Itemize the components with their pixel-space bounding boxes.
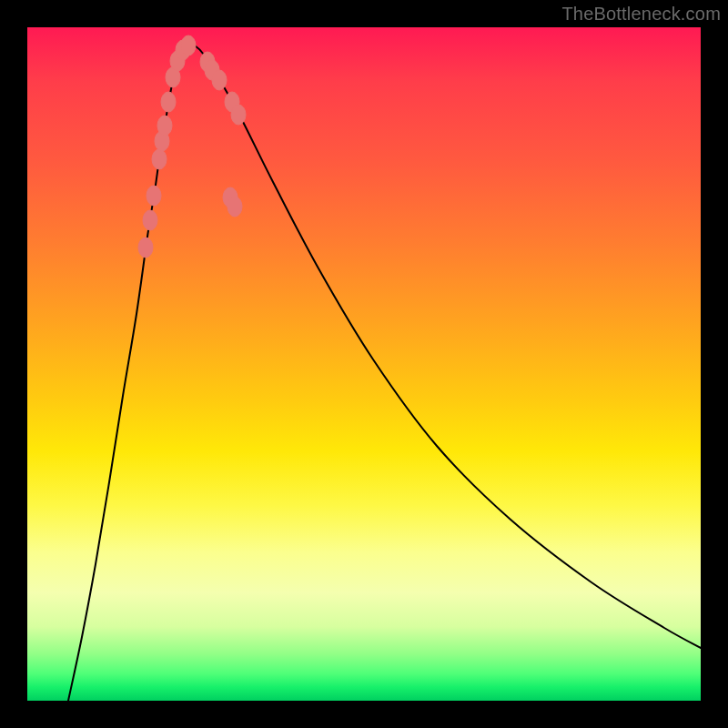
curve-marker [161, 92, 176, 112]
marker-dots [138, 35, 246, 258]
curve-marker [152, 149, 167, 169]
curve-marker [138, 238, 153, 258]
curve-marker [143, 210, 157, 230]
chart-frame: TheBottleneck.com [0, 0, 728, 728]
curve-marker [147, 186, 161, 206]
curve-marker [157, 116, 172, 136]
curve-marker [228, 197, 242, 217]
plot-area [27, 27, 701, 701]
watermark-text: TheBottleneck.com [561, 4, 721, 25]
curve-svg [27, 27, 701, 701]
curve-marker [212, 70, 227, 90]
curve-marker [181, 35, 196, 56]
curve-marker [231, 105, 246, 125]
